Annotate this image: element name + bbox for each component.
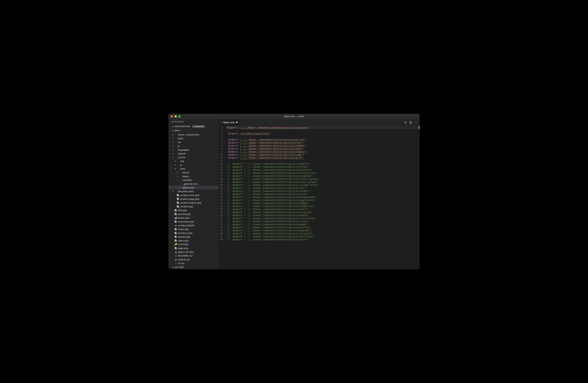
outline-section[interactable]: ▸ OUTLINE [168, 265, 218, 269]
open-changes-icon[interactable]: ⧉ [404, 121, 406, 124]
tree-item-header-php[interactable]: 🐘header.php [168, 235, 218, 239]
code-line: // @import "../../bower_components/boots… [226, 226, 420, 229]
code-line: // @import "../../bower_components/boots… [226, 168, 420, 172]
line-number: 35 [220, 229, 223, 232]
tree-item-variables[interactable]: ▸variables [168, 178, 218, 182]
tab-styles-scss[interactable]: 𝓢 styles.scss [218, 119, 239, 126]
code-line: // @import "../../bower_components/boots… [226, 199, 420, 202]
tree-item-label: footer.php [178, 228, 189, 231]
tree-item-page-php[interactable]: 🐘page.php [168, 246, 218, 250]
tree-item-js[interactable]: ▸js [168, 144, 218, 148]
tree-item-source[interactable]: ▾source [168, 155, 218, 159]
tree-item-archive-php[interactable]: 🐘archive.php [168, 212, 218, 216]
tree-item-content-none-php[interactable]: 🐘content-none.php [168, 193, 218, 197]
tree-item-readme-md[interactable]: ⓘREADME.md [168, 254, 218, 258]
tree-item-label: LICENSE [178, 243, 189, 246]
tree-item-pages[interactable]: ▸pages [168, 174, 218, 178]
tree-item-label: comments.php [178, 220, 194, 223]
tree-item-label: js [180, 164, 182, 166]
tree-item-label: template-parts [178, 190, 194, 193]
tree-item-404-php[interactable]: 🐘404.php [168, 208, 218, 212]
tab-actions: ⧉ ▥ ⋯ [404, 119, 420, 126]
chevron-right-icon: ▸ [172, 266, 173, 268]
project-root-label: MDV2 [174, 129, 180, 132]
tree-item-label: rtl.css [178, 262, 184, 265]
tree-item-label: functions.php [178, 232, 192, 234]
titlebar[interactable]: styles.scss — mdv2 [168, 114, 420, 119]
code-line: // @import "../../bower_components/boots… [226, 220, 420, 223]
code-line: // @import "../../bower_components/boots… [226, 162, 420, 165]
tree-item-content-page-php[interactable]: 🐘content-page.php [168, 197, 218, 201]
tree-item-content-php[interactable]: 🐘content.php [168, 205, 218, 208]
tree-item-blocks[interactable]: ▸blocks [168, 171, 218, 174]
tree-item-layouts[interactable]: ▸layouts [168, 152, 218, 155]
code-line: // @import "../../bower_components/boots… [226, 165, 420, 168]
open-editors-section[interactable]: ▸ OPEN EDITORS 1 UNSAVED [168, 124, 218, 129]
tree-item-js[interactable]: ▸js [168, 163, 218, 167]
zoom-window-button[interactable] [178, 115, 181, 117]
tree-item-label: readme.txt [178, 258, 189, 261]
line-number: 31 [220, 217, 223, 220]
tree-item-languages[interactable]: ▸languages [168, 148, 218, 152]
tree-item-label: layouts [178, 152, 186, 155]
tree-item-footer-php[interactable]: 🐘footer.php [168, 227, 218, 231]
tree-item-label: img [180, 160, 184, 163]
chevron-right-icon: ▸ [174, 164, 176, 166]
tree-item-functions-php[interactable]: 🐘functions.php [168, 231, 218, 235]
scss-icon: 𝓢 [220, 121, 222, 124]
code-editor[interactable]: 1234567891011121314151617181920212223242… [218, 126, 420, 269]
scrollbar-marker[interactable] [419, 126, 420, 129]
json-icon: 🥣 [174, 216, 177, 219]
code-line: // @import "../../bower_components/boots… [226, 190, 420, 193]
line-number: 38 [220, 238, 223, 241]
tree-item-phpcs-xml-dist[interactable]: ≣phpcs.xml.dist [168, 250, 218, 254]
close-window-button[interactable] [171, 115, 173, 117]
window-title: styles.scss — mdv2 [284, 115, 304, 118]
tree-item-label: phpcs.xml.dist [178, 250, 193, 253]
tree-item-template-parts[interactable]: ▾template-parts [168, 190, 218, 193]
tree-item-comments-php[interactable]: 🐘comments.php [168, 220, 218, 224]
code-line: // @import "../../bower_components/boots… [226, 238, 420, 241]
tree-item-index-php[interactable]: 🐘index.php [168, 239, 218, 242]
tree-item-rtl-css[interactable]: #rtl.css [168, 261, 218, 265]
tab-bar: 𝓢 styles.scss ⧉ ▥ ⋯ [218, 119, 420, 126]
tree-item-styles-scss[interactable]: 𝓢styles.scss [168, 186, 218, 190]
code-line: @import "variables/bootstrap"; [226, 132, 420, 135]
project-root-section[interactable]: ▾ MDV2 [168, 129, 218, 133]
tree-item-sass[interactable]: ▾sass [168, 167, 218, 171]
tree-item-label: variables [182, 179, 192, 181]
line-number: 22 [220, 190, 223, 193]
line-number: 23 [220, 193, 223, 196]
tree-item-img[interactable]: ▸img [168, 159, 218, 163]
code-line: @import "../../bower_components/bootstra… [226, 150, 420, 153]
tree-item-license[interactable]: 🔑LICENSE [168, 242, 218, 246]
code-line: // @import "../../bower_components/boots… [226, 202, 420, 205]
code-line: @import "../../bower_components/bootstra… [226, 141, 420, 144]
chevron-down-icon: ▾ [172, 129, 173, 132]
tree-item--general-scss[interactable]: 𝓢_general.scss [168, 182, 218, 186]
tree-item-label: content-search.php [180, 201, 201, 204]
line-number: 11 [220, 156, 223, 159]
more-actions-icon[interactable]: ⋯ [415, 121, 417, 124]
tree-item-config-codekit3[interactable]: ≣config.codekit3 [168, 224, 218, 227]
tree-item-content-search-php[interactable]: 🐘content-search.php [168, 201, 218, 205]
code-line: @import "../../bower_components/bootstra… [226, 138, 420, 141]
tree-item-inc[interactable]: ▸inc [168, 140, 218, 144]
line-number: 14 [220, 165, 223, 168]
chevron-right-icon: ▸ [172, 145, 174, 147]
open-editors-label: OPEN EDITORS [174, 125, 190, 128]
split-editor-icon[interactable]: ▥ [409, 121, 412, 124]
tree-item-build[interactable]: ▸build [168, 136, 218, 140]
tree-item-bower-components[interactable]: ▸bower_components [168, 133, 218, 136]
code-line: // @import "../../bower_components/boots… [226, 181, 420, 184]
tree-item-readme-txt[interactable]: ≣readme.txt [168, 258, 218, 261]
php-icon: 🐘 [176, 205, 180, 208]
code-content[interactable]: @import "../../bower_components/bootstra… [226, 126, 420, 269]
minimize-window-button[interactable] [174, 115, 177, 117]
tree-item-bower-json[interactable]: 🥣bower.json [168, 216, 218, 220]
sidebar-title: EXPLORER [168, 119, 218, 124]
tree-item-label: pages [182, 175, 189, 178]
code-line: // @import "../../bower_components/boots… [226, 184, 420, 187]
chevron-right-icon: ▸ [174, 160, 176, 162]
traffic-lights [168, 115, 181, 117]
